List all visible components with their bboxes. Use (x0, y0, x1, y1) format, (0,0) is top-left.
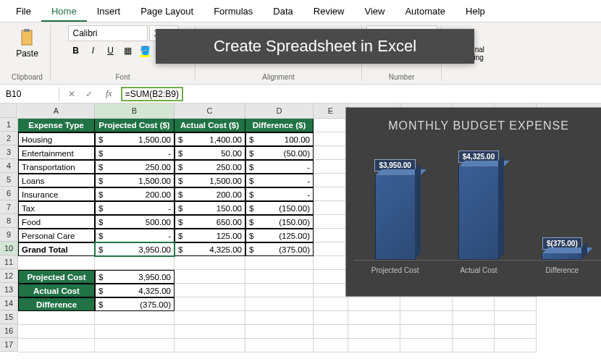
projected-cost[interactable]: $- (95, 146, 175, 160)
tab-automate[interactable]: Automate (395, 2, 455, 22)
summary-value[interactable]: $3,950.00 (95, 270, 175, 284)
row-head-9[interactable]: 9 (0, 228, 17, 242)
cell[interactable] (495, 311, 537, 325)
difference[interactable]: $- (245, 187, 314, 201)
difference[interactable]: $100.00 (245, 132, 314, 146)
cell[interactable] (348, 325, 400, 339)
cell[interactable] (245, 297, 314, 311)
expense-type[interactable]: Food (18, 215, 95, 229)
row-head-2[interactable]: 2 (0, 132, 17, 145)
cell[interactable] (400, 339, 453, 352)
row-head-10[interactable]: 10 (0, 242, 17, 255)
cell[interactable] (245, 311, 314, 325)
projected-cost[interactable]: $- (95, 201, 175, 215)
cell[interactable] (314, 187, 348, 201)
row-head-4[interactable]: 4 (0, 159, 17, 173)
row-head-6[interactable]: 6 (0, 187, 17, 200)
difference[interactable]: $- (245, 160, 314, 174)
cell[interactable] (18, 325, 95, 339)
cell[interactable] (348, 311, 400, 325)
cell[interactable] (245, 256, 314, 270)
row-head-12[interactable]: 12 (0, 269, 17, 283)
select-all-corner[interactable] (0, 103, 17, 118)
cell[interactable] (314, 201, 348, 215)
table-header[interactable]: Projected Cost ($) (95, 119, 175, 132)
cell[interactable] (314, 215, 348, 229)
cell[interactable] (453, 339, 495, 352)
expense-type[interactable]: Entertainment (18, 146, 95, 160)
col-head-B[interactable]: B (95, 103, 175, 118)
row-head-16[interactable]: 16 (0, 324, 17, 338)
cell[interactable] (175, 284, 245, 297)
cell[interactable] (245, 284, 314, 297)
summary-label[interactable]: Projected Cost (18, 270, 95, 284)
tab-view[interactable]: View (354, 2, 395, 22)
cell[interactable] (314, 132, 348, 146)
expense-type[interactable]: Loans (18, 174, 95, 187)
fill-color-button[interactable]: 🪣 (138, 43, 154, 59)
italic-button[interactable]: I (85, 43, 101, 59)
actual-cost[interactable]: $250.00 (175, 160, 245, 174)
row-head-3[interactable]: 3 (0, 145, 17, 159)
row-head-7[interactable]: 7 (0, 200, 17, 214)
col-head-D[interactable]: D (245, 103, 314, 118)
cell[interactable] (18, 311, 95, 325)
tab-formulas[interactable]: Formulas (203, 2, 263, 22)
cell[interactable] (314, 339, 348, 352)
tab-help[interactable]: Help (455, 2, 495, 22)
cell[interactable] (314, 284, 348, 297)
cell[interactable] (348, 297, 400, 311)
grand-total-actual[interactable]: $4,325.00 (175, 242, 245, 256)
expense-type[interactable]: Housing (18, 132, 95, 146)
table-header[interactable]: Actual Cost ($) (175, 119, 245, 132)
underline-button[interactable]: U (103, 43, 119, 59)
cell[interactable] (175, 325, 245, 339)
summary-value[interactable]: $4,325.00 (95, 284, 175, 297)
grand-total-projected[interactable]: $3,950.00 (95, 242, 175, 256)
projected-cost[interactable]: $500.00 (95, 215, 175, 229)
cell[interactable] (348, 339, 400, 352)
tab-review[interactable]: Review (303, 2, 355, 22)
cell[interactable] (95, 325, 175, 339)
actual-cost[interactable]: $1,400.00 (175, 132, 245, 146)
tab-insert[interactable]: Insert (87, 2, 131, 22)
summary-label[interactable]: Actual Cost (18, 284, 95, 297)
table-header[interactable]: Difference ($) (245, 119, 314, 132)
actual-cost[interactable]: $650.00 (175, 215, 245, 229)
projected-cost[interactable]: $250.00 (95, 160, 175, 174)
difference[interactable]: $(150.00) (245, 201, 314, 215)
cell[interactable] (175, 311, 245, 325)
bold-button[interactable]: B (68, 43, 84, 59)
cell[interactable] (175, 339, 245, 352)
cell[interactable] (314, 297, 348, 311)
cell[interactable] (95, 311, 175, 325)
grand-total-diff[interactable]: $(375.00) (245, 242, 314, 256)
difference[interactable]: $(125.00) (245, 229, 314, 242)
cell[interactable] (18, 256, 95, 270)
col-head-A[interactable]: A (18, 103, 95, 118)
summary-value[interactable]: $(375.00) (95, 297, 175, 311)
cell[interactable] (175, 270, 245, 284)
col-head-E[interactable]: E (314, 103, 348, 118)
font-family-select[interactable]: Calibri (68, 25, 148, 41)
cell[interactable] (314, 325, 348, 339)
table-header[interactable]: Expense Type (18, 119, 95, 132)
cell[interactable] (453, 297, 495, 311)
cell[interactable] (495, 325, 537, 339)
cell[interactable] (95, 256, 175, 270)
row-head-17[interactable]: 17 (0, 338, 17, 352)
row-head-1[interactable]: 1 (0, 118, 17, 132)
projected-cost[interactable]: $- (95, 229, 175, 242)
formula-input[interactable]: =SUM(B2:B9) (117, 85, 601, 103)
cell[interactable] (453, 311, 495, 325)
cell[interactable] (175, 297, 245, 311)
row-head-5[interactable]: 5 (0, 173, 17, 187)
cell[interactable] (400, 325, 453, 339)
cell[interactable] (18, 339, 95, 352)
row-head-14[interactable]: 14 (0, 297, 17, 310)
cell[interactable] (400, 311, 453, 325)
cell[interactable] (175, 256, 245, 270)
actual-cost[interactable]: $1,500.00 (175, 174, 245, 187)
projected-cost[interactable]: $1,500.00 (95, 132, 175, 146)
cell[interactable] (314, 242, 348, 256)
